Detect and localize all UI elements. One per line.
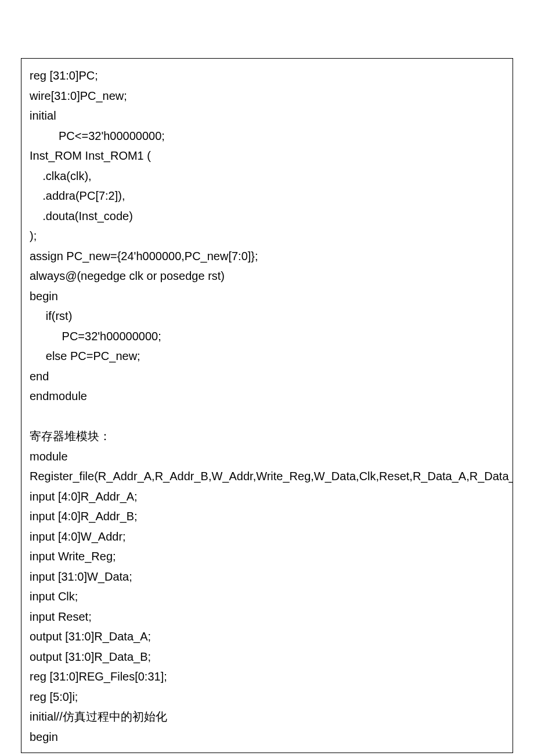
code-line: output [31:0]R_Data_B; (30, 650, 151, 663)
code-line: ); (30, 229, 37, 242)
code-comment: 仿真过程中的初始化 (63, 710, 167, 723)
document-page: reg [31:0]PC; wire[31:0]PC_new; initial … (0, 0, 534, 756)
code-line: if(rst) (30, 309, 72, 322)
code-line: output [31:0]R_Data_A; (30, 630, 151, 643)
code-line: Inst_ROM Inst_ROM1 ( (30, 149, 151, 162)
code-line: .addra(PC[7:2]), (30, 189, 125, 202)
code-line: reg [31:0]REG_Files[0:31]; (30, 670, 167, 683)
code-line: assign PC_new={24'h000000,PC_new[7:0]}; (30, 250, 258, 262)
code-line: .douta(Inst_code) (30, 210, 133, 222)
code-line: .clka(clk), (30, 170, 92, 182)
code-line: input [31:0]W_Data; (30, 570, 132, 583)
code-line: input [4:0]W_Addr; (30, 530, 126, 543)
code-line: input [4:0]R_Addr_A; (30, 490, 138, 503)
code-line: reg [5:0]i; (30, 690, 78, 703)
code-line: input Clk; (30, 590, 78, 603)
code-line: Register_file(R_Addr_A,R_Addr_B,W_Addr,W… (30, 470, 513, 483)
code-line: reg [31:0]PC; (30, 69, 98, 82)
code-line: always@(negedge clk or posedge rst) (30, 269, 225, 282)
code-line: module (30, 450, 68, 463)
code-line: initial//仿真过程中的初始化 (30, 710, 167, 723)
code-line: else PC=PC_new; (30, 350, 140, 362)
code-line: PC<=32'h00000000; (30, 129, 165, 142)
code-line: PC=32'h00000000; (30, 330, 161, 343)
code-line: input [4:0]R_Addr_B; (30, 510, 138, 523)
code-line: input Write_Reg; (30, 550, 116, 563)
code-line: begin (30, 730, 58, 743)
code-line: begin (30, 290, 58, 303)
code-line: end (30, 370, 49, 383)
section-heading-regfile: 寄存器堆模块： (30, 430, 111, 442)
code-line: endmodule (30, 390, 87, 402)
code-block: reg [31:0]PC; wire[31:0]PC_new; initial … (21, 58, 513, 753)
code-line: wire[31:0]PC_new; (30, 89, 127, 102)
code-line: input Reset; (30, 610, 92, 623)
code-line: initial (30, 109, 56, 122)
